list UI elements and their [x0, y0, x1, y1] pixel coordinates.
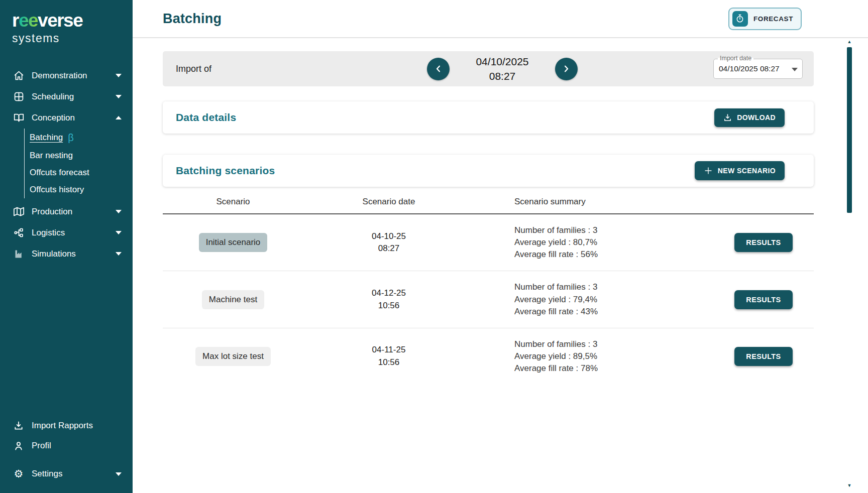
- sidebar-item-label: Import Rapports: [32, 421, 93, 431]
- person-icon: [13, 440, 24, 451]
- sidebar-item-label: Profil: [32, 441, 51, 451]
- map-icon: [13, 206, 24, 217]
- sidebar-item-production[interactable]: Production: [0, 201, 133, 222]
- next-import-button[interactable]: [555, 58, 578, 80]
- sidebar-item-simulations[interactable]: Simulations: [0, 243, 133, 265]
- scroll-down-icon[interactable]: ▼: [846, 483, 853, 488]
- scenario-date: 04-10-25 08:27: [303, 230, 474, 255]
- beta-badge: β: [68, 132, 74, 144]
- factory-icon: [13, 249, 24, 260]
- column-header-scenario: Scenario: [163, 197, 303, 207]
- download-button-label: DOWLOAD: [737, 113, 776, 121]
- scenario-summary: Number of families : 3 Average yield : 7…: [474, 281, 713, 317]
- logo-infinity-ee: ee: [19, 10, 38, 31]
- batching-scenarios-card: Batching scenarios NEW SCENARIO: [163, 155, 814, 187]
- results-button[interactable]: RESULTS: [734, 347, 792, 366]
- sidebar-item-profil[interactable]: Profil: [0, 436, 133, 456]
- sidebar-item-batching[interactable]: Batching β: [30, 129, 133, 147]
- sidebar-item-label: Simulations: [32, 249, 76, 259]
- forecast-button-label: FORECAST: [753, 15, 793, 23]
- scenario-summary: Number of families : 3 Average yield : 8…: [474, 338, 713, 375]
- table-row: Max lot size test 04-11-25 10:56 Number …: [163, 328, 814, 385]
- sidebar-item-label: Demonstration: [32, 71, 87, 81]
- grid-icon: [13, 91, 24, 102]
- scenario-chip-initial-scenario[interactable]: Initial scenario: [199, 233, 268, 252]
- import-date-select[interactable]: Import date 04/10/2025 08:27: [713, 59, 803, 79]
- table-row: Initial scenario 04-10-25 08:27 Number o…: [163, 214, 814, 271]
- chevron-down-icon[interactable]: [116, 95, 122, 98]
- conception-submenu: Batching β Bar nesting Offcuts forecast …: [24, 129, 133, 198]
- data-details-title: Data details: [176, 111, 236, 124]
- sidebar-footer: Import Rapports Profil ⚙ Settings: [0, 416, 133, 484]
- plus-icon: [704, 166, 713, 175]
- current-import-date: 04/10/2025 08:27: [476, 54, 528, 84]
- previous-import-button[interactable]: [427, 58, 450, 80]
- download-icon: [13, 420, 24, 431]
- batching-scenarios-title: Batching scenarios: [176, 165, 275, 177]
- scenario-summary: Number of families : 3 Average yield : 8…: [474, 224, 713, 261]
- sidebar-item-scheduling[interactable]: Scheduling: [0, 86, 133, 107]
- scenario-chip-machine-test[interactable]: Machine test: [202, 290, 264, 309]
- main-content: Batching FORECAST Import of 04/10/2025 0…: [133, 0, 868, 493]
- sidebar: reeverse systems Demonstration Schedulin…: [0, 0, 133, 493]
- chevron-down-icon[interactable]: [116, 210, 122, 213]
- scroll-up-icon[interactable]: ▲: [846, 39, 853, 44]
- sidebar-item-offcuts-history[interactable]: Offcuts history: [30, 181, 133, 198]
- page-title: Batching: [163, 11, 222, 27]
- chevron-down-icon[interactable]: [116, 74, 122, 77]
- logo-subtitle: systems: [12, 32, 121, 45]
- scenario-chip-max-lot-size-test[interactable]: Max lot size test: [195, 347, 271, 366]
- sidebar-item-bar-nesting[interactable]: Bar nesting: [30, 147, 133, 164]
- vertical-scrollbar[interactable]: ▲ ▼: [846, 39, 853, 488]
- sidebar-item-label: Conception: [32, 113, 75, 123]
- results-button[interactable]: RESULTS: [734, 290, 792, 309]
- sidebar-item-label: Production: [32, 207, 72, 217]
- chevron-down-icon[interactable]: [116, 231, 122, 234]
- book-icon: [13, 112, 24, 124]
- sidebar-item-settings[interactable]: ⚙ Settings: [0, 464, 133, 484]
- results-button[interactable]: RESULTS: [734, 233, 792, 252]
- table-header-row: Scenario Scenario date Scenario summary: [163, 190, 814, 214]
- import-of-label: Import of: [176, 64, 291, 74]
- dropdown-arrow-icon: [792, 68, 798, 71]
- download-icon: [723, 113, 732, 122]
- logo-wordmark: reeverse: [12, 11, 121, 31]
- scrollbar-thumb[interactable]: [847, 47, 852, 213]
- app-logo[interactable]: reeverse systems: [0, 11, 133, 45]
- chevron-up-icon[interactable]: [116, 116, 122, 119]
- chevron-down-icon[interactable]: [116, 472, 122, 476]
- sidebar-nav: Demonstration Scheduling Conception Batc…: [0, 65, 133, 265]
- sidebar-item-demonstration[interactable]: Demonstration: [0, 65, 133, 86]
- forecast-button[interactable]: FORECAST: [728, 8, 802, 30]
- import-bar: Import of 04/10/2025 08:27 Import date 0…: [163, 51, 814, 86]
- new-scenario-button[interactable]: NEW SCENARIO: [695, 161, 785, 180]
- scenario-date: 04-12-25 10:56: [303, 287, 474, 312]
- import-date-select-value: 04/10/2025 08:27: [719, 64, 780, 73]
- sidebar-item-label: Logistics: [32, 228, 65, 238]
- sidebar-item-offcuts-forecast[interactable]: Offcuts forecast: [30, 164, 133, 181]
- chevron-down-icon[interactable]: [116, 252, 122, 256]
- download-button[interactable]: DOWLOAD: [714, 108, 785, 127]
- new-scenario-button-label: NEW SCENARIO: [718, 167, 776, 175]
- sidebar-item-conception[interactable]: Conception: [0, 107, 133, 129]
- gear-icon: ⚙: [13, 468, 24, 479]
- network-icon: [13, 227, 24, 238]
- scenarios-table: Scenario Scenario date Scenario summary …: [163, 190, 814, 385]
- sidebar-item-logistics[interactable]: Logistics: [0, 222, 133, 243]
- home-icon: [13, 70, 24, 81]
- data-details-card: Data details DOWLOAD: [163, 101, 814, 134]
- timer-icon: [732, 11, 748, 27]
- sidebar-item-label: Scheduling: [32, 92, 74, 102]
- column-header-scenario-date: Scenario date: [303, 197, 474, 207]
- column-header-scenario-summary: Scenario summary: [474, 197, 713, 207]
- sidebar-item-import-rapports[interactable]: Import Rapports: [0, 416, 133, 436]
- page-header: Batching FORECAST: [133, 0, 868, 38]
- scenario-date: 04-11-25 10:56: [303, 344, 474, 368]
- sidebar-item-label: Settings: [32, 469, 62, 479]
- table-row: Machine test 04-12-25 10:56 Number of fa…: [163, 271, 814, 327]
- import-date-select-label: Import date: [718, 55, 753, 62]
- import-date-navigator: 04/10/2025 08:27: [291, 54, 713, 84]
